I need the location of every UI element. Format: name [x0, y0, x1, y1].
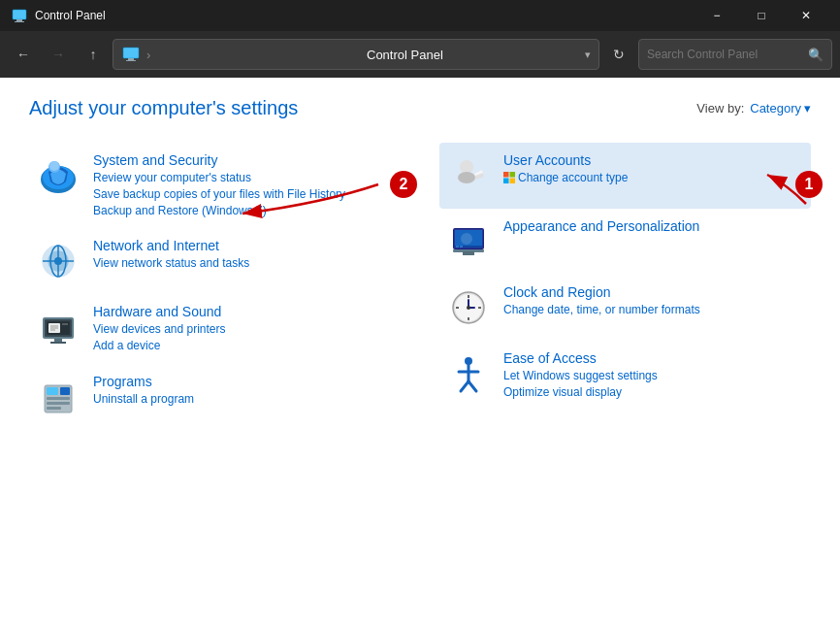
user-accounts-title[interactable]: User Accounts: [503, 152, 805, 168]
search-box[interactable]: 🔍: [638, 39, 832, 70]
title-bar-left: Control Panel: [12, 8, 106, 23]
forward-button[interactable]: →: [43, 39, 74, 70]
programs-desc: Uninstall a program: [93, 391, 395, 408]
windows-suggest-link[interactable]: Let Windows suggest settings: [503, 368, 805, 384]
right-column: User Accounts Change account type: [439, 143, 811, 430]
ease-of-access-icon: [445, 350, 492, 397]
ease-of-access-item[interactable]: Ease of Access Let Windows suggest setti…: [439, 341, 811, 411]
change-account-link[interactable]: Change account type: [518, 170, 628, 186]
network-internet-icon: [35, 238, 81, 284]
clock-region-desc: Change date, time, or number formats: [503, 302, 805, 318]
add-device-link[interactable]: Add a device: [93, 338, 395, 354]
appearance-text: Appearance and Personalization: [503, 218, 805, 236]
window-title: Control Panel: [35, 9, 106, 22]
programs-item[interactable]: Programs Uninstall a program: [29, 364, 401, 430]
svg-rect-20: [50, 342, 66, 344]
svg-point-55: [467, 306, 470, 310]
clock-region-item[interactable]: Clock and Region Change date, time, or n…: [439, 275, 811, 341]
svg-rect-43: [463, 251, 474, 255]
view-by-value-text: Category: [750, 101, 801, 116]
window-controls: − □ ✕: [695, 0, 828, 31]
devices-printers-link[interactable]: View devices and printers: [93, 321, 395, 338]
hardware-sound-desc: View devices and printers Add a device: [93, 321, 395, 354]
user-accounts-desc: Change account type: [503, 170, 805, 188]
system-security-text: System and Security Review your computer…: [93, 152, 395, 218]
app-icon: [12, 8, 27, 23]
date-time-link[interactable]: Change date, time, or number formats: [503, 302, 805, 318]
svg-rect-27: [47, 387, 58, 395]
user-accounts-text: User Accounts Change account type: [503, 152, 805, 188]
svg-rect-31: [47, 407, 61, 410]
system-security-desc: Review your computer's status Save backu…: [93, 170, 395, 218]
up-button[interactable]: ↑: [78, 39, 109, 70]
clock-region-text: Clock and Region Change date, time, or n…: [503, 284, 805, 318]
view-by-label: View by:: [696, 101, 744, 116]
main-content: Adjust your computer's settings View by:…: [0, 78, 840, 627]
view-by-dropdown[interactable]: Category ▾: [750, 101, 811, 116]
svg-point-41: [461, 233, 472, 245]
minimize-button[interactable]: −: [695, 0, 739, 31]
network-status-link[interactable]: View network status and tasks: [93, 255, 395, 272]
svg-line-60: [468, 381, 476, 391]
svg-point-32: [460, 160, 473, 174]
ease-of-access-title[interactable]: Ease of Access: [503, 350, 805, 366]
address-icon: [121, 45, 141, 64]
ease-of-access-desc: Let Windows suggest settings Optimize vi…: [503, 368, 805, 401]
svg-rect-30: [47, 402, 70, 405]
search-icon: 🔍: [808, 48, 824, 62]
badge-2: 2: [390, 171, 417, 198]
content-header: Adjust your computer's settings View by:…: [29, 97, 811, 119]
appearance-icon: [445, 218, 492, 265]
svg-rect-37: [510, 179, 516, 184]
programs-text: Programs Uninstall a program: [93, 374, 395, 408]
svg-rect-1: [16, 19, 22, 21]
clock-region-title[interactable]: Clock and Region: [503, 284, 805, 300]
svg-rect-36: [503, 179, 509, 184]
network-internet-item[interactable]: Network and Internet View network status…: [29, 228, 401, 294]
refresh-button[interactable]: ↻: [603, 39, 634, 70]
appearance-item[interactable]: Appearance and Personalization: [439, 209, 811, 275]
backup-restore-link[interactable]: Backup and Restore (Windows 7): [93, 203, 395, 219]
address-path: Control Panel: [367, 48, 579, 62]
programs-title[interactable]: Programs: [93, 374, 395, 389]
svg-rect-0: [13, 10, 26, 19]
hardware-sound-title[interactable]: Hardware and Sound: [93, 304, 395, 319]
appearance-title[interactable]: Appearance and Personalization: [503, 218, 805, 234]
user-accounts-icon: [445, 152, 492, 199]
view-by-dropdown-icon: ▾: [804, 101, 811, 116]
system-security-title[interactable]: System and Security: [93, 152, 395, 168]
system-security-item[interactable]: System and Security Review your computer…: [29, 143, 401, 228]
clock-region-icon: [445, 284, 492, 331]
optimize-display-link[interactable]: Optimize visual display: [503, 384, 805, 401]
backup-link[interactable]: Save backup copies of your files with Fi…: [93, 186, 395, 203]
hardware-sound-text: Hardware and Sound View devices and prin…: [93, 304, 395, 354]
badge-1: 1: [795, 171, 823, 198]
svg-rect-44: [455, 246, 482, 248]
user-accounts-item[interactable]: User Accounts Change account type: [439, 143, 811, 209]
svg-line-59: [461, 381, 468, 391]
close-button[interactable]: ✕: [784, 0, 828, 31]
ease-of-access-text: Ease of Access Let Windows suggest setti…: [503, 350, 805, 401]
search-input[interactable]: [647, 48, 802, 61]
title-bar: Control Panel − □ ✕: [0, 0, 840, 31]
network-internet-title[interactable]: Network and Internet: [93, 238, 395, 253]
back-button[interactable]: ←: [8, 39, 39, 70]
network-internet-text: Network and Internet View network status…: [93, 238, 395, 272]
review-status-link[interactable]: Review your computer's status: [93, 170, 395, 186]
svg-rect-28: [60, 387, 70, 395]
system-security-icon: [35, 152, 81, 199]
uninstall-link[interactable]: Uninstall a program: [93, 391, 395, 408]
items-grid: System and Security Review your computer…: [29, 143, 811, 430]
svg-rect-2: [15, 21, 24, 22]
hardware-sound-icon: [35, 304, 81, 350]
maximize-button[interactable]: □: [739, 0, 784, 31]
address-bar[interactable]: › Control Panel ▾: [113, 39, 599, 70]
hardware-sound-item[interactable]: Hardware and Sound View devices and prin…: [29, 294, 401, 364]
svg-rect-29: [47, 397, 70, 400]
svg-rect-3: [123, 48, 139, 58]
svg-rect-5: [126, 60, 136, 61]
page-title: Adjust your computer's settings: [29, 97, 298, 119]
windows-logo-icon: [503, 172, 515, 183]
programs-icon: [35, 374, 81, 420]
svg-rect-45: [456, 247, 459, 248]
